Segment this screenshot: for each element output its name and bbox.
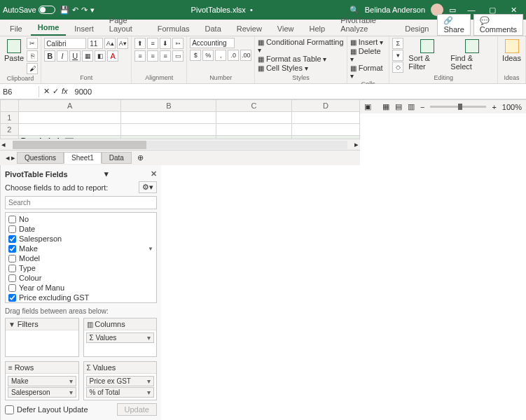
field-make[interactable]: Make: [7, 244, 155, 253]
zoom-level[interactable]: 100%: [502, 103, 522, 111]
filters-area[interactable]: ▼ Filters: [5, 318, 79, 357]
record-macro-icon[interactable]: ▣: [364, 102, 371, 111]
autosave-toggle[interactable]: AutoSave: [3, 6, 55, 14]
zoom-in-icon[interactable]: +: [492, 103, 496, 111]
field-payment-method[interactable]: Payment Method: [7, 302, 155, 303]
col-header-A[interactable]: A: [18, 100, 121, 112]
view-break-icon[interactable]: ▥: [408, 102, 415, 111]
font-size-select[interactable]: [88, 38, 103, 49]
minimize-button[interactable]: —: [462, 6, 481, 15]
undo-icon[interactable]: ↶: [72, 6, 78, 15]
zoom-slider[interactable]: [430, 106, 486, 108]
cut-icon[interactable]: ✂: [27, 38, 38, 49]
sheet-tab-data[interactable]: Data: [102, 152, 132, 164]
sheet-tab-sheet1[interactable]: Sheet1: [64, 152, 102, 164]
currency-icon[interactable]: $: [190, 50, 201, 61]
tab-insert[interactable]: Insert: [67, 22, 101, 36]
format-as-table-button[interactable]: ▦ Format as Table ▾: [258, 55, 326, 63]
row-header[interactable]: 3: [1, 136, 19, 139]
col-header-D[interactable]: D: [291, 100, 359, 112]
share-button[interactable]: 🔗 Share: [437, 14, 470, 36]
qat-more-icon[interactable]: ▾: [90, 6, 95, 15]
fill-color-button[interactable]: ◧: [95, 50, 106, 62]
paste-button[interactable]: Paste: [3, 38, 25, 64]
ribbon-display-icon[interactable]: ▭: [449, 6, 456, 15]
new-sheet-button[interactable]: ⊕: [133, 153, 148, 162]
field-salesperson[interactable]: Salesperson: [7, 234, 155, 244]
tab-home[interactable]: Home: [31, 20, 67, 36]
tab-page-layout[interactable]: Page Layout: [102, 13, 149, 36]
format-cells-button[interactable]: ▦ Format ▾: [350, 64, 386, 80]
gear-icon[interactable]: ⚙▾: [139, 181, 157, 193]
tab-formulas[interactable]: Formulas: [151, 22, 197, 36]
align-left-icon[interactable]: ≡: [134, 50, 146, 62]
area-pill[interactable]: Price ex GST: [86, 376, 155, 386]
ideas-button[interactable]: Ideas: [501, 38, 522, 64]
scroll-left-icon[interactable]: ◂: [1, 140, 6, 149]
sheet-nav-prev-icon[interactable]: ◂: [6, 153, 10, 162]
field-no[interactable]: No: [7, 214, 155, 224]
tab-help[interactable]: Help: [303, 22, 333, 36]
field-model[interactable]: Model: [7, 253, 155, 263]
insert-cells-button[interactable]: ▦ Insert ▾: [350, 38, 383, 46]
clear-icon[interactable]: ◇: [392, 62, 403, 73]
align-top-icon[interactable]: ⬆: [134, 38, 146, 49]
increase-decimal-icon[interactable]: .0: [228, 50, 239, 61]
tab-pivottable-analyze[interactable]: PivotTable Analyze: [333, 13, 396, 36]
scroll-right-icon[interactable]: ▸: [354, 140, 359, 149]
font-family-select[interactable]: [44, 38, 86, 49]
align-right-icon[interactable]: ≡: [160, 50, 171, 62]
pane-close-icon[interactable]: ✕: [151, 169, 157, 178]
field-list[interactable]: NoDateSalespersonMakeModelTypeColourYear…: [5, 212, 157, 303]
tab-file[interactable]: File: [3, 22, 29, 36]
maximize-button[interactable]: ▢: [483, 6, 502, 15]
tab-view[interactable]: View: [270, 22, 301, 36]
update-button[interactable]: Update: [117, 403, 157, 416]
zoom-out-icon[interactable]: −: [420, 103, 424, 111]
redo-icon[interactable]: ↷: [81, 6, 88, 15]
horizontal-scrollbar[interactable]: ◂ ▸: [0, 139, 360, 150]
find-select-button[interactable]: Find & Select: [449, 38, 494, 72]
number-format-select[interactable]: [190, 38, 235, 48]
field-search-input[interactable]: [5, 196, 157, 209]
conditional-formatting-button[interactable]: ▦ Conditional Formatting ▾: [258, 38, 344, 54]
align-middle-icon[interactable]: ≡: [147, 38, 158, 49]
tab-data[interactable]: Data: [198, 22, 228, 36]
border-button[interactable]: ▦: [82, 50, 93, 62]
save-icon[interactable]: 💾: [60, 6, 69, 15]
decrease-decimal-icon[interactable]: .00: [240, 50, 251, 61]
underline-button[interactable]: U: [69, 50, 81, 62]
fx-icon[interactable]: fx: [62, 87, 68, 96]
field-colour[interactable]: Colour: [7, 273, 155, 283]
rows-area[interactable]: ≡ Rows MakeSalesperson: [5, 361, 79, 400]
fill-icon[interactable]: ▾: [392, 50, 403, 61]
row-header[interactable]: 1: [1, 112, 19, 124]
format-painter-icon[interactable]: 🖌: [27, 63, 38, 74]
values-area[interactable]: Σ Values Price ex GST% of Total: [83, 361, 158, 400]
align-center-icon[interactable]: ≡: [147, 50, 158, 62]
tab-design[interactable]: Design: [398, 22, 436, 36]
copy-icon[interactable]: ⎘: [27, 50, 38, 62]
select-all-corner[interactable]: [1, 100, 19, 112]
sort-filter-button[interactable]: Sort & Filter: [407, 38, 448, 72]
field-date[interactable]: Date: [7, 224, 155, 234]
align-bottom-icon[interactable]: ⬇: [160, 38, 171, 49]
font-color-button[interactable]: A: [107, 50, 118, 62]
pane-options-icon[interactable]: ▾: [104, 169, 109, 178]
sheet-tab-questions[interactable]: Questions: [17, 152, 64, 164]
delete-cells-button[interactable]: ▦ Delete ▾: [350, 47, 386, 63]
area-pill[interactable]: Σ Values: [86, 332, 155, 343]
field-type[interactable]: Type: [7, 263, 155, 273]
comments-button[interactable]: 💬 Comments: [473, 14, 523, 36]
area-pill[interactable]: Salesperson: [8, 387, 76, 398]
area-pill[interactable]: % of Total: [86, 387, 155, 398]
filter-icon[interactable]: ▾: [65, 138, 74, 139]
field-year-of-manu[interactable]: Year of Manu: [7, 283, 155, 293]
percent-icon[interactable]: %: [202, 50, 214, 61]
wrap-text-icon[interactable]: ➳: [172, 38, 184, 49]
close-button[interactable]: ✕: [504, 6, 523, 15]
sheet-nav-next-icon[interactable]: ▸: [11, 153, 15, 162]
tab-review[interactable]: Review: [230, 22, 269, 36]
italic-button[interactable]: I: [57, 50, 68, 62]
formula-input[interactable]: [72, 86, 526, 97]
